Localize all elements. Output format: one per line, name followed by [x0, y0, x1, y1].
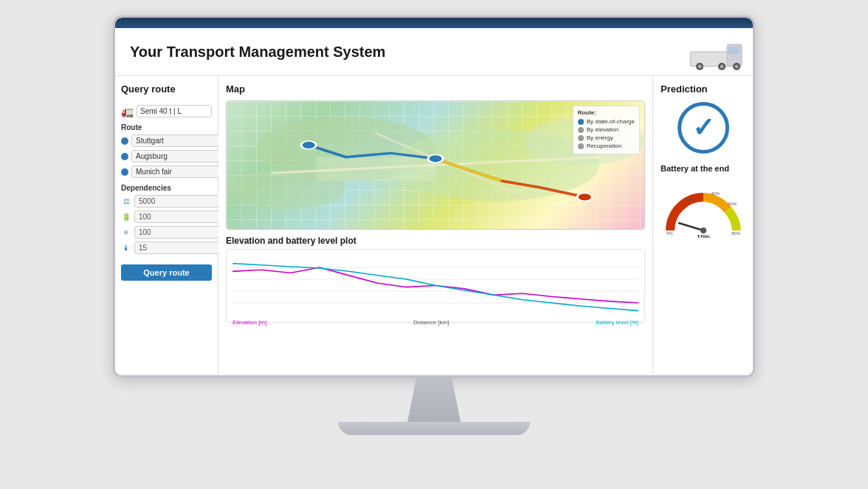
gauge-container: 0% 20% 40% 60% 80% 10% — [663, 179, 744, 238]
chart-y-left-label: Elevation [m] — [232, 319, 266, 326]
speed-icon: ≡ — [121, 228, 131, 236]
map-legend: Route: By state-of-charge By elevation — [573, 106, 640, 154]
legend-label-recuperation: Recuperation — [587, 143, 622, 149]
app-body: Query route 🚛 Semi 40 t | L Semi 40 t | … — [115, 76, 753, 377]
route-section-label: Route — [121, 123, 212, 131]
checkmark-container: ✓ — [661, 102, 745, 154]
dep-weight: ⚖ — [121, 195, 212, 208]
route-dot-2 — [121, 153, 128, 160]
map-panel: Map — [218, 76, 653, 377]
legend-label-charge: By state-of-charge — [587, 118, 635, 125]
chart-section: Elevation and battery level plot — [226, 236, 645, 323]
monitor-neck — [404, 377, 464, 422]
query-route-button[interactable]: Query route — [121, 264, 212, 281]
weight-icon: ⚖ — [121, 197, 131, 205]
chart-container: Elevation [m] Distance [km] Battery leve… — [226, 249, 645, 323]
query-panel: Query route 🚛 Semi 40 t | L Semi 40 t | … — [115, 76, 218, 377]
legend-title: Route: — [578, 109, 635, 116]
map-background: Route: By state-of-charge By elevation — [227, 101, 644, 229]
monitor-base — [338, 422, 530, 435]
route-dot-3 — [121, 168, 128, 176]
svg-text:10%: 10% — [696, 233, 709, 238]
route-dot-1 — [121, 137, 128, 145]
gauge-svg: 0% 20% 40% 60% 80% 10% — [663, 179, 744, 238]
legend-item-charge: By state-of-charge — [578, 118, 635, 125]
legend-dot-energy — [578, 135, 584, 141]
svg-text:80%: 80% — [731, 231, 741, 236]
legend-item-recuperation: Recuperation — [578, 143, 635, 149]
svg-line-28 — [679, 223, 703, 230]
dep-temp: 🌡 — [121, 242, 212, 254]
route-stop-munich — [121, 165, 212, 178]
app-title: Your Transport Management System — [130, 44, 385, 61]
dep-battery: 🔋 — [121, 211, 212, 223]
query-panel-title: Query route — [121, 83, 212, 98]
chart-svg — [232, 256, 638, 315]
svg-point-6 — [720, 65, 724, 69]
svg-point-29 — [700, 228, 706, 233]
svg-text:40%: 40% — [711, 191, 720, 196]
monitor-wrapper: Your Transport Management System — [102, 16, 766, 473]
battery-end-title: Battery at the end — [661, 164, 745, 173]
legend-dot-recuperation — [578, 143, 584, 149]
chart-y-right-label: Battery level [%] — [596, 319, 638, 326]
svg-text:20%: 20% — [685, 197, 695, 202]
monitor-content: Your Transport Management System — [115, 28, 753, 375]
prediction-panel: Prediction ✓ Battery at the end — [653, 76, 753, 377]
checkmark-circle: ✓ — [678, 102, 729, 154]
svg-point-8 — [735, 65, 739, 69]
legend-item-energy: By energy — [578, 134, 635, 141]
chart-x-label: Distance [km] — [413, 319, 449, 326]
legend-dot-charge — [578, 119, 584, 125]
dependencies-label: Dependencies — [121, 184, 212, 192]
chart-labels: Elevation [m] Distance [km] Battery leve… — [232, 319, 638, 326]
legend-label-energy: By energy — [587, 134, 613, 141]
svg-point-4 — [698, 65, 702, 69]
temp-icon: 🌡 — [121, 244, 131, 252]
chart-title: Elevation and battery level plot — [226, 236, 645, 246]
dep-speed: ≡ — [121, 226, 212, 239]
svg-text:60%: 60% — [728, 202, 737, 206]
vehicle-dropdown[interactable]: Semi 40 t | L Semi 40 t | M Truck 26 t — [137, 105, 212, 117]
legend-item-elevation: By elevation — [578, 126, 635, 133]
app-header: Your Transport Management System — [115, 28, 753, 76]
map-container: Route: By state-of-charge By elevation — [226, 100, 645, 230]
vehicle-select-row: 🚛 Semi 40 t | L Semi 40 t | M Truck 26 t — [121, 105, 212, 117]
battery-icon: 🔋 — [121, 213, 131, 221]
legend-label-elevation: By elevation — [587, 126, 619, 133]
dependencies-section: Dependencies ⚖ 🔋 ≡ — [121, 184, 212, 254]
prediction-panel-title: Prediction — [661, 83, 745, 95]
svg-point-16 — [301, 141, 316, 149]
monitor-screen: Your Transport Management System — [113, 16, 755, 377]
checkmark-symbol: ✓ — [692, 112, 714, 143]
map-panel-title: Map — [226, 83, 645, 95]
svg-point-18 — [577, 193, 592, 201]
svg-rect-2 — [728, 47, 739, 54]
route-stop-stuttgart — [121, 134, 212, 147]
truck-small-icon: 🚛 — [121, 106, 134, 117]
svg-point-17 — [428, 154, 443, 163]
truck-icon — [686, 37, 738, 66]
monitor-top-bar — [115, 18, 753, 28]
legend-dot-elevation — [578, 127, 584, 133]
route-stop-augsburg: 🗑 — [121, 150, 212, 163]
svg-text:0%: 0% — [666, 231, 673, 236]
